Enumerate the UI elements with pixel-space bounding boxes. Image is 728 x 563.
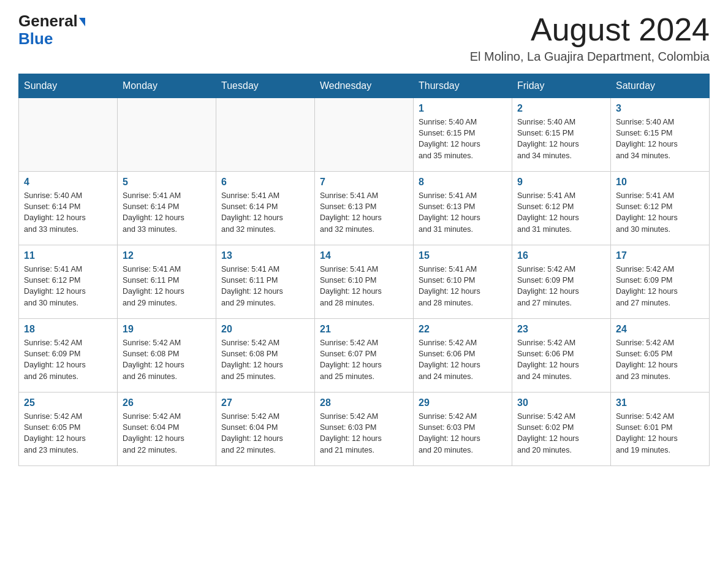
day-info: Sunrise: 5:41 AM Sunset: 6:11 PM Dayligh… (123, 264, 211, 308)
logo: GeneralBlue (18, 12, 85, 47)
day-info: Sunrise: 5:41 AM Sunset: 6:12 PM Dayligh… (517, 190, 605, 235)
day-cell: 27Sunrise: 5:42 AM Sunset: 6:04 PM Dayli… (216, 393, 315, 466)
week-row-3: 11Sunrise: 5:41 AM Sunset: 6:12 PM Dayli… (19, 245, 710, 319)
day-number: 15 (419, 250, 507, 261)
day-number: 4 (24, 177, 112, 188)
week-row-4: 18Sunrise: 5:42 AM Sunset: 6:09 PM Dayli… (19, 319, 710, 393)
day-header-saturday: Saturday (611, 74, 710, 98)
day-info: Sunrise: 5:42 AM Sunset: 6:08 PM Dayligh… (123, 337, 211, 382)
day-header-thursday: Thursday (414, 74, 512, 98)
title-area: August 2024 El Molino, La Guajira Depart… (470, 12, 710, 64)
day-number: 10 (616, 177, 704, 188)
day-header-tuesday: Tuesday (216, 74, 315, 98)
day-cell: 4Sunrise: 5:40 AM Sunset: 6:14 PM Daylig… (19, 172, 118, 245)
week-row-1: 1Sunrise: 5:40 AM Sunset: 6:15 PM Daylig… (19, 98, 710, 172)
day-number: 22 (419, 324, 507, 335)
day-number: 31 (616, 397, 704, 408)
day-header-monday: Monday (118, 74, 216, 98)
day-cell: 3Sunrise: 5:40 AM Sunset: 6:15 PM Daylig… (611, 98, 710, 172)
day-cell: 9Sunrise: 5:41 AM Sunset: 6:12 PM Daylig… (512, 172, 611, 245)
month-title: August 2024 (470, 12, 710, 47)
day-number: 14 (320, 250, 408, 261)
day-cell: 24Sunrise: 5:42 AM Sunset: 6:05 PM Dayli… (611, 319, 710, 393)
day-info: Sunrise: 5:40 AM Sunset: 6:14 PM Dayligh… (24, 190, 112, 235)
day-info: Sunrise: 5:41 AM Sunset: 6:12 PM Dayligh… (24, 264, 112, 308)
day-header-friday: Friday (512, 74, 611, 98)
day-number: 23 (517, 324, 605, 335)
day-header-sunday: Sunday (19, 74, 118, 98)
day-info: Sunrise: 5:41 AM Sunset: 6:13 PM Dayligh… (419, 190, 507, 235)
day-info: Sunrise: 5:42 AM Sunset: 6:04 PM Dayligh… (221, 411, 309, 456)
day-cell: 16Sunrise: 5:42 AM Sunset: 6:09 PM Dayli… (512, 245, 611, 319)
day-cell: 12Sunrise: 5:41 AM Sunset: 6:11 PM Dayli… (118, 245, 216, 319)
week-row-5: 25Sunrise: 5:42 AM Sunset: 6:05 PM Dayli… (19, 393, 710, 466)
day-number: 19 (123, 324, 211, 335)
day-number: 6 (221, 177, 309, 188)
day-info: Sunrise: 5:41 AM Sunset: 6:12 PM Dayligh… (616, 190, 704, 235)
day-info: Sunrise: 5:42 AM Sunset: 6:06 PM Dayligh… (517, 337, 605, 382)
day-cell: 19Sunrise: 5:42 AM Sunset: 6:08 PM Dayli… (118, 319, 216, 393)
day-cell: 10Sunrise: 5:41 AM Sunset: 6:12 PM Dayli… (611, 172, 710, 245)
day-cell (216, 98, 315, 172)
day-info: Sunrise: 5:42 AM Sunset: 6:02 PM Dayligh… (517, 411, 605, 456)
week-row-2: 4Sunrise: 5:40 AM Sunset: 6:14 PM Daylig… (19, 172, 710, 245)
location-subtitle: El Molino, La Guajira Department, Colomb… (470, 50, 710, 64)
day-info: Sunrise: 5:40 AM Sunset: 6:15 PM Dayligh… (616, 117, 704, 161)
day-cell: 5Sunrise: 5:41 AM Sunset: 6:14 PM Daylig… (118, 172, 216, 245)
day-cell (19, 98, 118, 172)
day-cell: 26Sunrise: 5:42 AM Sunset: 6:04 PM Dayli… (118, 393, 216, 466)
day-cell: 11Sunrise: 5:41 AM Sunset: 6:12 PM Dayli… (19, 245, 118, 319)
day-cell: 18Sunrise: 5:42 AM Sunset: 6:09 PM Dayli… (19, 319, 118, 393)
day-info: Sunrise: 5:42 AM Sunset: 6:08 PM Dayligh… (221, 337, 309, 382)
day-number: 16 (517, 250, 605, 261)
day-number: 17 (616, 250, 704, 261)
day-cell: 1Sunrise: 5:40 AM Sunset: 6:15 PM Daylig… (414, 98, 512, 172)
day-cell (315, 98, 414, 172)
day-cell: 6Sunrise: 5:41 AM Sunset: 6:14 PM Daylig… (216, 172, 315, 245)
day-cell: 7Sunrise: 5:41 AM Sunset: 6:13 PM Daylig… (315, 172, 414, 245)
day-number: 21 (320, 324, 408, 335)
day-cell: 29Sunrise: 5:42 AM Sunset: 6:03 PM Dayli… (414, 393, 512, 466)
day-number: 27 (221, 397, 309, 408)
day-number: 28 (320, 397, 408, 408)
day-info: Sunrise: 5:41 AM Sunset: 6:13 PM Dayligh… (320, 190, 408, 235)
day-info: Sunrise: 5:42 AM Sunset: 6:09 PM Dayligh… (616, 264, 704, 308)
day-info: Sunrise: 5:42 AM Sunset: 6:09 PM Dayligh… (24, 337, 112, 382)
day-number: 29 (419, 397, 507, 408)
day-number: 3 (616, 103, 704, 114)
day-info: Sunrise: 5:42 AM Sunset: 6:09 PM Dayligh… (517, 264, 605, 308)
days-of-week-row: SundayMondayTuesdayWednesdayThursdayFrid… (19, 74, 710, 98)
day-number: 11 (24, 250, 112, 261)
day-info: Sunrise: 5:40 AM Sunset: 6:15 PM Dayligh… (517, 117, 605, 161)
day-info: Sunrise: 5:41 AM Sunset: 6:14 PM Dayligh… (123, 190, 211, 235)
day-info: Sunrise: 5:42 AM Sunset: 6:05 PM Dayligh… (616, 337, 704, 382)
day-number: 30 (517, 397, 605, 408)
day-info: Sunrise: 5:40 AM Sunset: 6:15 PM Dayligh… (419, 117, 507, 161)
day-cell: 31Sunrise: 5:42 AM Sunset: 6:01 PM Dayli… (611, 393, 710, 466)
day-number: 13 (221, 250, 309, 261)
day-cell: 23Sunrise: 5:42 AM Sunset: 6:06 PM Dayli… (512, 319, 611, 393)
day-info: Sunrise: 5:41 AM Sunset: 6:10 PM Dayligh… (320, 264, 408, 308)
day-cell: 17Sunrise: 5:42 AM Sunset: 6:09 PM Dayli… (611, 245, 710, 319)
logo-text: GeneralBlue (18, 12, 85, 47)
day-cell: 2Sunrise: 5:40 AM Sunset: 6:15 PM Daylig… (512, 98, 611, 172)
day-number: 8 (419, 177, 507, 188)
day-info: Sunrise: 5:41 AM Sunset: 6:10 PM Dayligh… (419, 264, 507, 308)
day-info: Sunrise: 5:42 AM Sunset: 6:03 PM Dayligh… (320, 411, 408, 456)
day-info: Sunrise: 5:42 AM Sunset: 6:01 PM Dayligh… (616, 411, 704, 456)
day-info: Sunrise: 5:42 AM Sunset: 6:06 PM Dayligh… (419, 337, 507, 382)
day-info: Sunrise: 5:42 AM Sunset: 6:04 PM Dayligh… (123, 411, 211, 456)
day-info: Sunrise: 5:42 AM Sunset: 6:05 PM Dayligh… (24, 411, 112, 456)
day-number: 24 (616, 324, 704, 335)
day-cell: 20Sunrise: 5:42 AM Sunset: 6:08 PM Dayli… (216, 319, 315, 393)
day-number: 18 (24, 324, 112, 335)
page-header: GeneralBlue August 2024 El Molino, La Gu… (18, 12, 710, 64)
day-info: Sunrise: 5:42 AM Sunset: 6:03 PM Dayligh… (419, 411, 507, 456)
day-cell: 22Sunrise: 5:42 AM Sunset: 6:06 PM Dayli… (414, 319, 512, 393)
day-number: 2 (517, 103, 605, 114)
day-cell: 8Sunrise: 5:41 AM Sunset: 6:13 PM Daylig… (414, 172, 512, 245)
day-info: Sunrise: 5:41 AM Sunset: 6:11 PM Dayligh… (221, 264, 309, 308)
day-cell: 13Sunrise: 5:41 AM Sunset: 6:11 PM Dayli… (216, 245, 315, 319)
day-number: 12 (123, 250, 211, 261)
day-cell: 21Sunrise: 5:42 AM Sunset: 6:07 PM Dayli… (315, 319, 414, 393)
